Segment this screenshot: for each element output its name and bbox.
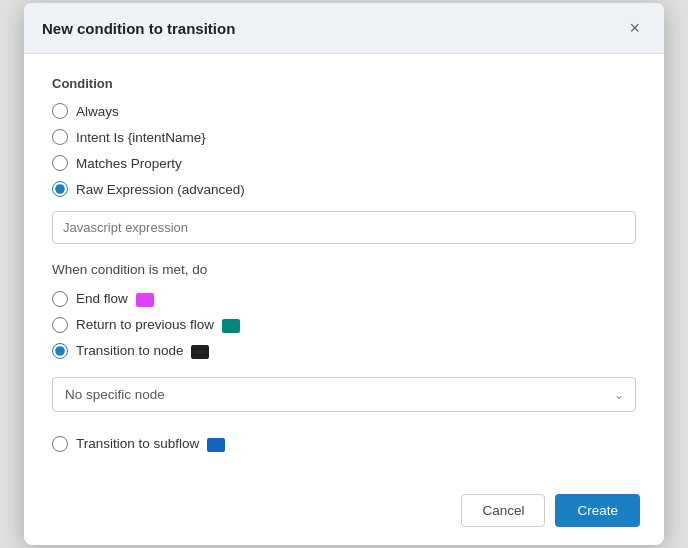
radio-return[interactable] <box>52 317 68 333</box>
radio-transition-node[interactable] <box>52 343 68 359</box>
radio-raw[interactable] <box>52 181 68 197</box>
radio-label-end-flow[interactable]: End flow <box>76 291 154 306</box>
return-badge <box>222 319 240 333</box>
radio-transition-subflow[interactable] <box>52 436 68 452</box>
node-dropdown-container: No specific node ⌄ <box>52 377 636 412</box>
radio-row-transition-node: Transition to node <box>52 343 636 359</box>
radio-label-return[interactable]: Return to previous flow <box>76 317 240 332</box>
radio-matches[interactable] <box>52 155 68 171</box>
modal-header: New condition to transition × <box>24 3 664 54</box>
modal-footer: Cancel Create <box>24 482 664 545</box>
modal-body: Condition Always Intent Is {intentName} … <box>24 54 664 482</box>
radio-label-raw[interactable]: Raw Expression (advanced) <box>76 182 245 197</box>
close-button[interactable]: × <box>623 17 646 39</box>
cancel-button[interactable]: Cancel <box>461 494 545 527</box>
node-dropdown[interactable]: No specific node <box>52 377 636 412</box>
transition-subflow-badge <box>207 438 225 452</box>
action-radio-group: End flow Return to previous flow Transit… <box>52 291 636 452</box>
radio-row-matches: Matches Property <box>52 155 636 171</box>
radio-row-intent: Intent Is {intentName} <box>52 129 636 145</box>
condition-radio-group: Always Intent Is {intentName} Matches Pr… <box>52 103 636 197</box>
expression-input[interactable] <box>52 211 636 244</box>
radio-label-matches[interactable]: Matches Property <box>76 156 182 171</box>
condition-section-label: Condition <box>52 76 636 91</box>
radio-row-raw: Raw Expression (advanced) <box>52 181 636 197</box>
radio-label-transition-node[interactable]: Transition to node <box>76 343 209 358</box>
radio-end-flow[interactable] <box>52 291 68 307</box>
radio-row-end-flow: End flow <box>52 291 636 307</box>
transition-node-badge <box>191 345 209 359</box>
modal-overlay: New condition to transition × Condition … <box>0 0 688 548</box>
radio-row-return: Return to previous flow <box>52 317 636 333</box>
end-flow-badge <box>136 293 154 307</box>
radio-intent[interactable] <box>52 129 68 145</box>
radio-label-intent[interactable]: Intent Is {intentName} <box>76 130 206 145</box>
when-label: When condition is met, do <box>52 262 636 277</box>
radio-row-transition-subflow: Transition to subflow <box>52 436 636 452</box>
radio-always[interactable] <box>52 103 68 119</box>
modal-dialog: New condition to transition × Condition … <box>24 3 664 545</box>
radio-label-transition-subflow[interactable]: Transition to subflow <box>76 436 225 451</box>
create-button[interactable]: Create <box>555 494 640 527</box>
radio-row-always: Always <box>52 103 636 119</box>
radio-label-always[interactable]: Always <box>76 104 119 119</box>
modal-title: New condition to transition <box>42 20 235 37</box>
